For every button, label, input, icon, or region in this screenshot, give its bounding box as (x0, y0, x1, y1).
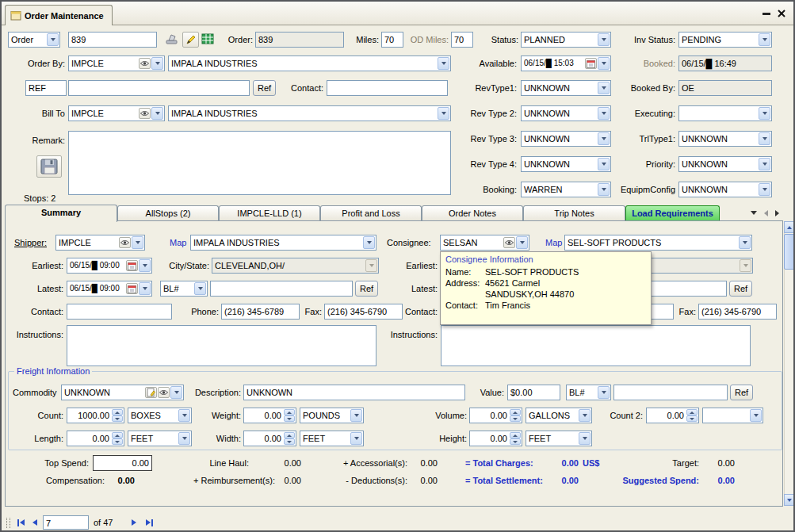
height-stepper[interactable]: 0.00 (469, 431, 522, 446)
shipper-bl-type-select[interactable]: BL# (160, 281, 208, 297)
window-title-tab[interactable]: Order Maintenance (5, 5, 113, 25)
chevron-down-icon[interactable] (170, 386, 182, 399)
volume-stepper[interactable]: 0.00 (469, 408, 522, 423)
tab-order-notes[interactable]: Order Notes (422, 205, 523, 221)
miles-field[interactable]: 70 (381, 32, 403, 48)
bill-to-code-select[interactable]: IMPCLE (68, 105, 165, 121)
order-search-input[interactable]: 839 (68, 32, 157, 48)
spinner-buttons[interactable] (284, 432, 295, 445)
spin-up-icon[interactable] (112, 432, 123, 438)
consignee-name-select[interactable]: SEL-SOFT PRODUCTS (564, 235, 752, 251)
lookup-eye-icon[interactable] (139, 108, 151, 119)
spin-down-icon[interactable] (112, 415, 123, 422)
ref-number-input[interactable] (68, 80, 250, 96)
record-next-button[interactable] (127, 516, 141, 529)
stamp-icon[interactable] (165, 33, 179, 45)
record-first-button[interactable] (13, 516, 28, 529)
freight-bl-type-select[interactable]: BL# (566, 385, 611, 400)
shipper-earliest-date-picker[interactable]: 06/15/█ 09:00 (67, 258, 152, 274)
record-last-button[interactable] (143, 516, 157, 529)
count2-unit-select[interactable] (702, 408, 763, 423)
spinner-buttons[interactable] (112, 409, 123, 422)
ref-type-field[interactable]: REF (25, 80, 67, 96)
shipper-instructions-textarea[interactable] (67, 325, 376, 366)
tab-summary[interactable]: Summary (5, 205, 117, 222)
tab-profit-and-loss[interactable]: Profit and Loss (320, 205, 422, 221)
ref-button[interactable]: Ref (253, 80, 276, 96)
spin-down-icon[interactable] (284, 415, 295, 422)
consignee-ref-button[interactable]: Ref (729, 281, 752, 297)
chevron-down-icon[interactable] (178, 432, 190, 445)
chevron-down-icon[interactable] (759, 183, 770, 196)
chevron-down-icon[interactable] (759, 107, 770, 120)
shipper-bl-input[interactable] (210, 281, 353, 297)
chevron-down-icon[interactable] (363, 236, 375, 249)
scroll-up-icon[interactable] (784, 221, 795, 233)
length-unit-select[interactable]: FEET (128, 431, 192, 446)
od-miles-field[interactable]: 70 (451, 32, 473, 48)
tab-scroll-left[interactable] (760, 207, 772, 219)
spin-down-icon[interactable] (112, 438, 123, 445)
save-disk-icon[interactable] (36, 155, 62, 178)
trltype1-select[interactable]: UNKNOWN (678, 131, 772, 147)
spinner-buttons[interactable] (686, 409, 698, 422)
highlighter-icon[interactable] (182, 32, 199, 48)
executing-select[interactable] (678, 105, 772, 121)
width-stepper[interactable]: 0.00 (243, 431, 296, 446)
chevron-down-icon[interactable] (194, 282, 206, 295)
spin-up-icon[interactable] (510, 432, 521, 438)
spin-down-icon[interactable] (284, 438, 295, 445)
status-select[interactable]: PLANNED (521, 32, 611, 48)
top-spend-input[interactable]: 0.00 (93, 455, 152, 471)
close-icon[interactable] (777, 9, 786, 18)
volume-unit-select[interactable]: GALLONS (526, 408, 592, 423)
lookup-eye-icon[interactable] (503, 237, 515, 248)
chevron-down-icon[interactable] (598, 386, 610, 399)
calendar-icon[interactable] (126, 283, 138, 294)
chevron-down-icon[interactable] (139, 259, 151, 272)
chevron-down-icon[interactable] (47, 33, 59, 46)
remark-textarea[interactable] (68, 131, 451, 195)
tab-impcle-lld[interactable]: IMPCLE-LLD (1) (219, 205, 320, 221)
consignee-instructions-textarea[interactable] (441, 325, 751, 366)
inv-status-select[interactable]: PENDING (678, 32, 772, 48)
chevron-down-icon[interactable] (759, 132, 770, 145)
chevron-down-icon[interactable] (759, 158, 770, 170)
scrollbar-thumb[interactable] (784, 234, 795, 270)
order-by-code-select[interactable]: IMPCLE (68, 55, 165, 71)
drag-grip[interactable] (6, 518, 10, 528)
chevron-down-icon[interactable] (151, 107, 163, 120)
scroll-down-icon[interactable] (784, 494, 795, 506)
record-number-input[interactable]: 7 (43, 515, 89, 530)
shipper-map-link[interactable]: Map (170, 235, 186, 251)
chevron-down-icon[interactable] (151, 57, 163, 70)
priority-select[interactable]: UNKNOWN (678, 156, 772, 172)
width-unit-select[interactable]: FEET (300, 431, 364, 446)
spinner-buttons[interactable] (112, 432, 123, 445)
spin-up-icon[interactable] (112, 409, 123, 415)
commodity-select[interactable]: UNKNOWN (61, 385, 184, 400)
shipper-code-select[interactable]: IMPCLE (55, 235, 145, 251)
chevron-down-icon[interactable] (350, 409, 362, 422)
lookup-eye-icon[interactable] (119, 237, 131, 248)
tab-trip-notes[interactable]: Trip Notes (523, 205, 625, 221)
spin-up-icon[interactable] (284, 409, 295, 415)
spin-up-icon[interactable] (284, 432, 295, 438)
chevron-down-icon[interactable] (178, 409, 190, 422)
chevron-down-icon[interactable] (139, 282, 151, 295)
order-by-name-select[interactable]: IMPALA INDUSTRIES (168, 55, 451, 71)
shipper-latest-date-picker[interactable]: 06/15/█ 09:00 (67, 281, 152, 297)
chevron-down-icon[interactable] (579, 432, 591, 445)
shipper-name-select[interactable]: IMPALA INDUSTRIES (190, 235, 376, 251)
calendar-icon[interactable] (126, 260, 138, 271)
spinner-buttons[interactable] (510, 432, 521, 445)
chevron-down-icon[interactable] (350, 432, 362, 445)
spinner-buttons[interactable] (510, 409, 521, 422)
tab-scroll-right[interactable] (771, 207, 783, 219)
record-prev-button[interactable] (28, 516, 42, 529)
minimize-icon[interactable] (763, 13, 770, 15)
height-unit-select[interactable]: FEET (526, 431, 592, 446)
freight-bl-input[interactable] (613, 385, 728, 400)
notepad-edit-icon[interactable] (145, 387, 157, 398)
calendar-icon[interactable] (585, 58, 597, 69)
